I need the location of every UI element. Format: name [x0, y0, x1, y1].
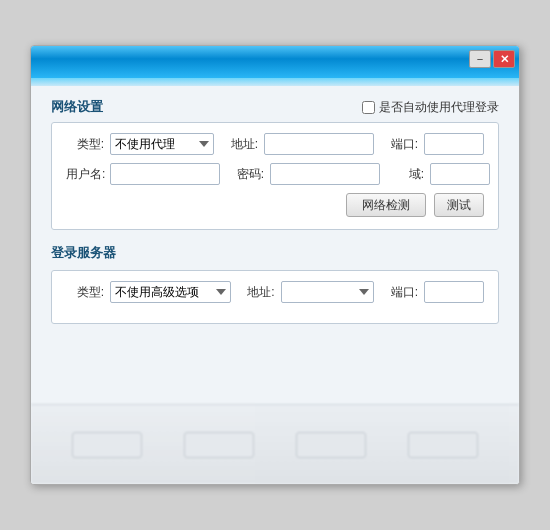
auto-proxy-checkbox[interactable]: [362, 101, 375, 114]
login-section-title: 登录服务器: [51, 244, 499, 262]
network-port-input[interactable]: [424, 133, 484, 155]
port-label: 端口:: [380, 136, 418, 153]
content-area: 网络设置 是否自动使用代理登录 类型: 不使用代理 HTTP代理 SOCKS4 …: [31, 86, 519, 404]
address-label: 地址:: [220, 136, 258, 153]
btn4-placeholder: [408, 432, 478, 458]
network-row1: 类型: 不使用代理 HTTP代理 SOCKS4 SOCKS5 地址: 端口:: [66, 133, 484, 155]
password-label: 密码:: [226, 166, 264, 183]
login-type-select[interactable]: 不使用高级选项 使用高级选项: [110, 281, 231, 303]
network-address-input[interactable]: [264, 133, 374, 155]
window-body: 网络设置 是否自动使用代理登录 类型: 不使用代理 HTTP代理 SOCKS4 …: [31, 78, 519, 484]
minimize-button[interactable]: −: [469, 50, 491, 68]
bottom-buttons-area: [31, 404, 519, 484]
title-bar: − ✕: [31, 46, 519, 78]
login-address-label: 地址:: [237, 284, 275, 301]
window-controls: − ✕: [469, 50, 515, 68]
network-row2: 用户名: 密码: 域:: [66, 163, 484, 185]
login-section-box: 类型: 不使用高级选项 使用高级选项 地址: 端口:: [51, 270, 499, 324]
type-label: 类型:: [66, 136, 104, 153]
network-section-title: 网络设置: [51, 99, 103, 114]
network-type-select[interactable]: 不使用代理 HTTP代理 SOCKS4 SOCKS5: [110, 133, 214, 155]
login-type-label: 类型:: [66, 284, 104, 301]
btn1-placeholder: [72, 432, 142, 458]
network-domain-input[interactable]: [430, 163, 490, 185]
login-port-input[interactable]: [424, 281, 484, 303]
test-button[interactable]: 测试: [434, 193, 484, 217]
network-username-input[interactable]: [110, 163, 220, 185]
btn3-placeholder: [296, 432, 366, 458]
login-row1: 类型: 不使用高级选项 使用高级选项 地址: 端口:: [66, 281, 484, 303]
auto-proxy-text: 是否自动使用代理登录: [379, 99, 499, 116]
auto-proxy-row: 网络设置 是否自动使用代理登录: [51, 98, 499, 116]
username-label: 用户名:: [66, 166, 104, 183]
network-buttons-row: 网络检测 测试: [66, 193, 484, 217]
network-section-box: 类型: 不使用代理 HTTP代理 SOCKS4 SOCKS5 地址: 端口: 用…: [51, 122, 499, 230]
close-button[interactable]: ✕: [493, 50, 515, 68]
network-password-input[interactable]: [270, 163, 380, 185]
top-stripe: [31, 78, 519, 86]
network-detect-button[interactable]: 网络检测: [346, 193, 426, 217]
auto-proxy-label[interactable]: 是否自动使用代理登录: [362, 99, 499, 116]
login-address-select[interactable]: [281, 281, 374, 303]
login-port-label: 端口:: [380, 284, 418, 301]
main-window: − ✕ 网络设置 是否自动使用代理登录 类型:: [30, 45, 520, 485]
btn2-placeholder: [184, 432, 254, 458]
domain-label: 域:: [386, 166, 424, 183]
